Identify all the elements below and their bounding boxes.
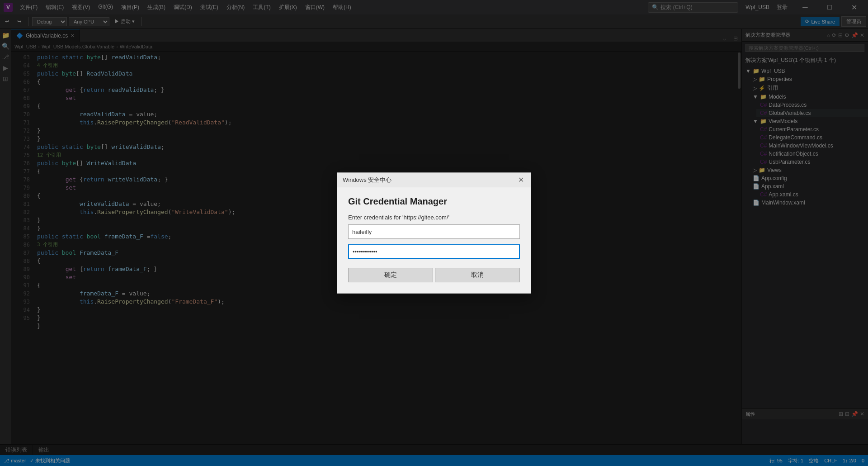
password-input[interactable]	[348, 244, 520, 259]
dialog-close-button[interactable]: ✕	[516, 176, 525, 185]
credential-dialog: Windows 安全中心 ✕ Git Credential Manager En…	[337, 172, 531, 294]
dialog-title: Windows 安全中心	[343, 176, 392, 184]
username-input[interactable]	[348, 224, 520, 239]
dialog-body: Git Credential Manager Enter credentials…	[337, 187, 531, 293]
dialog-titlebar: Windows 安全中心 ✕	[337, 173, 531, 187]
dialog-overlay: Windows 安全中心 ✕ Git Credential Manager En…	[0, 0, 868, 466]
dialog-buttons: 确定 取消	[348, 268, 520, 282]
confirm-button[interactable]: 确定	[348, 268, 433, 282]
dialog-heading: Git Credential Manager	[348, 196, 520, 207]
dialog-label: Enter credentials for 'https://gitee.com…	[348, 214, 520, 221]
cancel-button[interactable]: 取消	[435, 268, 520, 282]
